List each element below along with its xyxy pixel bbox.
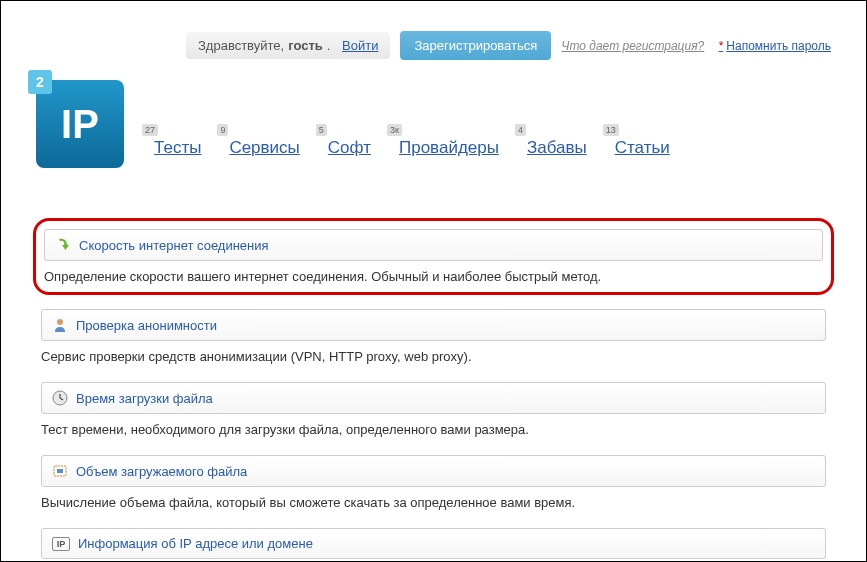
item-ip-info[interactable]: IP Информация об IP адресе или домене [41,528,826,559]
item-title-text: Проверка анонимности [76,318,217,333]
nav-count: 4 [515,124,526,136]
nav-label: Провайдеры [399,138,499,157]
clock-icon [52,390,68,406]
logo-badge: 2 [28,70,52,94]
nav-label: Сервисы [229,138,299,157]
nav-count: 3к [387,124,402,136]
item-title-text: Объем загружаемого файла [76,464,247,479]
content-list: Скорость интернет соединения Определение… [36,218,831,559]
nav-label: Статьи [615,138,670,157]
register-button[interactable]: Зарегистрироваться [400,31,551,60]
page-root: Здравствуйте, гость. Войти Зарегистриров… [0,0,867,562]
nav-count: 5 [316,124,327,136]
greeting-box: Здравствуйте, гость. Войти [186,32,390,59]
file-box-icon [52,463,68,479]
item-description: Сервис проверки средств анонимизации (VP… [41,349,826,364]
nav-label: Забавы [527,138,587,157]
nav-providers[interactable]: 3кПровайдеры [399,138,499,158]
login-link[interactable]: Войти [342,38,378,53]
nav-articles[interactable]: 13Статьи [615,138,670,158]
nav-label: Софт [328,138,371,157]
nav-fun[interactable]: 4Забавы [527,138,587,158]
site-logo[interactable]: 2 IP [36,80,124,168]
list-item: Время загрузки файла Тест времени, необх… [41,382,826,437]
list-item: Проверка анонимности Сервис проверки сре… [41,309,826,364]
list-item: Скорость интернет соединения Определение… [33,218,834,295]
item-title-text: Информация об IP адресе или домене [78,536,313,551]
speed-arrow-icon [55,237,71,253]
nav-count: 13 [603,124,619,136]
item-load-time[interactable]: Время загрузки файла [41,382,826,414]
greeting-dot: . [327,38,331,53]
item-description: Определение скорости вашего интернет сое… [44,269,823,284]
nav-count: 27 [142,124,158,136]
nav-soft[interactable]: 5Софт [328,138,371,158]
item-title-text: Время загрузки файла [76,391,213,406]
register-info-link[interactable]: Что дает регистрация? [561,39,704,53]
svg-point-0 [57,319,63,325]
main-nav: 27Тесты 9Сервисы 5Софт 3кПровайдеры 4Заб… [154,138,670,168]
item-speed-test[interactable]: Скорость интернет соединения [44,229,823,261]
nav-services[interactable]: 9Сервисы [229,138,299,158]
item-description: Вычисление объема файла, который вы смож… [41,495,826,510]
item-file-size[interactable]: Объем загружаемого файла [41,455,826,487]
logo-text: IP [61,102,99,147]
list-item: IP Информация об IP адресе или домене [41,528,826,559]
logo-nav-row: 2 IP 27Тесты 9Сервисы 5Софт 3кПровайдеры… [36,80,831,168]
greeting-guest: гость [288,38,323,53]
ip-box-icon: IP [52,537,70,551]
nav-label: Тесты [154,138,201,157]
item-description: Тест времени, необходимого для загрузки … [41,422,826,437]
list-item: Объем загружаемого файла Вычисление объе… [41,455,826,510]
person-icon [52,317,68,333]
nav-tests[interactable]: 27Тесты [154,138,201,158]
header-bar: Здравствуйте, гость. Войти Зарегистриров… [186,31,831,60]
greeting-prefix: Здравствуйте, [198,38,284,53]
svg-rect-3 [57,469,63,473]
nav-count: 9 [217,124,228,136]
remind-password-link[interactable]: Напомнить пароль [719,39,831,53]
item-title-text: Скорость интернет соединения [79,238,269,253]
item-anonymity-check[interactable]: Проверка анонимности [41,309,826,341]
